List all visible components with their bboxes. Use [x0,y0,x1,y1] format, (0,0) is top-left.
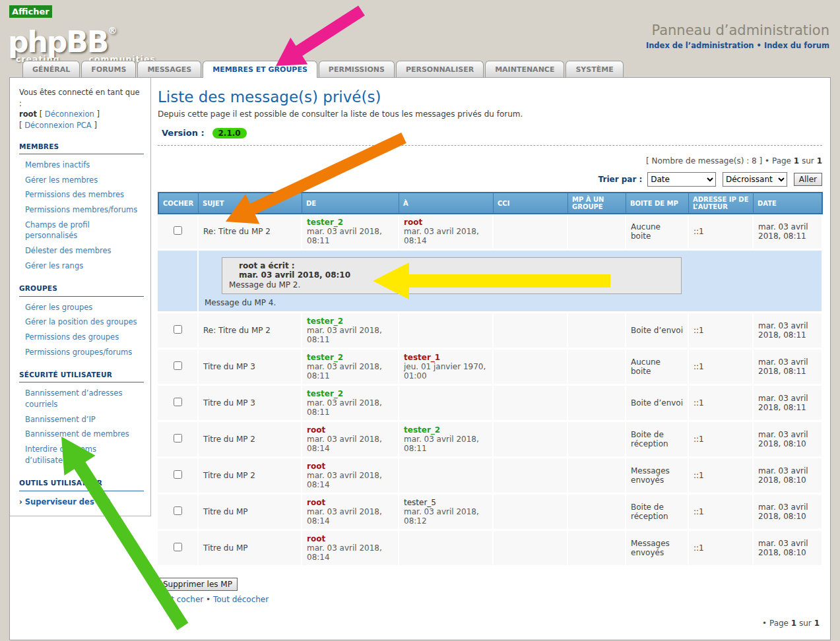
sidebar-item-bannissement-courriels[interactable]: Bannissement d’adresses courriels [19,386,144,412]
sidebar-link[interactable]: Bannissement de membres [25,429,129,439]
tab-personnaliser[interactable]: PERSONNALISER [396,61,484,77]
de-cell: tester_2mar. 03 avril 2018, 08:11 [302,313,399,350]
row-checkbox[interactable] [174,361,182,370]
from-user[interactable]: root [307,498,393,507]
sidebar-item-gerer-les-membres[interactable]: Gérer les membres [19,173,144,188]
to-user[interactable]: tester_1 [404,353,488,362]
from-user[interactable]: tester_2 [307,389,393,398]
cci-cell [494,531,568,567]
tab-permissions[interactable]: PERMISSIONS [319,61,395,77]
row-checkbox[interactable] [174,398,182,406]
sidebar-item-permissions-des-membres[interactable]: Permissions des membres [19,187,144,202]
ip-cell: ::1 [689,386,754,422]
admin-index-link[interactable]: Index de l’administration [646,41,754,50]
tab-membres-et-groupes[interactable]: MEMBRES ET GROUPES [203,61,317,78]
delete-mp-button[interactable]: Supprimer les MP [158,578,238,591]
sidebar-item-permissions-membres-forums[interactable]: Permissions membres/forums [19,202,144,218]
admin-tab-bar: GÉNÉRAL FORUMS MESSAGES MEMBRES ET GROUP… [22,61,840,77]
sidebar-link[interactable]: Gérer la position des groupes [25,317,137,326]
sidebar-link[interactable]: Gérer les rangs [25,261,83,270]
tab-messages[interactable]: MESSAGES [137,61,201,77]
sidebar: Vous êtes connecté en tant que : root [ … [10,78,151,516]
from-user[interactable]: tester_2 [307,353,393,362]
table-row: Re: Titre du MP 2 tester_2mar. 03 avril … [158,313,823,350]
to-user[interactable]: tester_5 [404,498,488,507]
to-user[interactable]: root [404,218,488,227]
sujet-cell: Titre du MP 2 [199,422,302,458]
sidebar-item-gerer-les-groupes[interactable]: Gérer les groupes [19,300,144,315]
tab-maintenance[interactable]: MAINTENANCE [485,61,564,77]
from-user[interactable]: tester_2 [307,317,393,326]
sidebar-item-bannissement-membres[interactable]: Bannissement de membres [19,427,144,442]
logout-link[interactable]: Déconnexion [45,109,94,119]
sidebar-link[interactable]: Interdire des noms d’utilisateurs [25,444,96,465]
de-cell: tester_2mar. 03 avril 2018, 08:11 [302,350,399,386]
sidebar-item-permissions-groupes-forums[interactable]: Permissions groupes/forums [19,345,144,360]
row-checkbox[interactable] [174,506,182,515]
sidebar-link[interactable]: Gérer les groupes [25,303,92,312]
sidebar-link[interactable]: Gérer les membres [25,175,98,185]
sidebar-link[interactable]: Permissions des groupes [25,332,119,342]
section-title: MEMBRES [19,142,144,154]
date-cell: mar. 03 avril 2018, 08:10 [754,458,823,495]
row-checkbox[interactable] [174,434,182,443]
sidebar-link[interactable]: Permissions groupes/forums [25,348,132,357]
tab-general[interactable]: GÉNÉRAL [22,61,80,77]
cci-cell [494,422,568,458]
sidebar-link[interactable]: Permissions des membres [25,190,124,199]
current-user: root [19,109,37,119]
forum-index-link[interactable]: Index du forum [764,41,829,50]
mp-groupe-cell [568,422,626,458]
row-checkbox[interactable] [174,226,182,235]
cci-cell [494,313,568,350]
sort-go-button[interactable]: Aller [794,173,822,186]
to-date: jeu. 01 janvier 1970, 01:00 [404,362,488,381]
sort-field-select[interactable]: Date [647,172,716,187]
to-user[interactable]: tester_2 [404,425,488,435]
from-date: mar. 03 avril 2018, 08:14 [307,435,393,453]
from-user[interactable]: root [307,534,393,543]
sidebar-link[interactable]: Champs de profil personnalisés [25,220,90,241]
bracket: [ [19,121,22,130]
sidebar-item-membres-inactifs[interactable]: Membres inactifs [19,158,144,173]
sujet-cell: Re: Titre du MP 2 [199,214,302,251]
from-user[interactable]: root [307,425,393,435]
sidebar-item-bannissement-ip[interactable]: Bannissement d’IP [19,412,144,427]
messages-count: [ Nombre de message(s) : 8 ] • Page 1 su… [158,156,822,166]
cocher-cell [158,458,199,495]
page-total: 1 [814,619,820,628]
sidebar-item-gerer-les-rangs[interactable]: Gérer les rangs [19,259,144,274]
to-date: mar. 03 avril 2018, 08:12 [404,507,488,526]
sidebar-item-superviseur-des-mp[interactable]: ›Superviseur des MP [19,495,144,510]
sidebar-item-position-des-groupes[interactable]: Gérer la position des groupes [19,315,144,330]
admin-panel-title: Panneau d’administration [646,22,829,38]
to-date: mar. 03 avril 2018, 08:14 [404,227,488,245]
tab-forums[interactable]: FORUMS [81,61,136,77]
header-links-bullet: • [757,41,761,50]
sidebar-link[interactable]: Bannissement d’adresses courriels [25,388,122,409]
logout-pca-link[interactable]: Déconnexion PCA [24,121,92,130]
connected-as-text: Vous êtes connecté en tant que : [19,88,140,108]
sidebar-item-champs-de-profil[interactable]: Champs de profil personnalisés [19,218,144,243]
check-all-link[interactable]: Tout cocher [158,595,203,604]
sidebar-link[interactable]: Délester des membres [25,246,112,255]
ip-cell: ::1 [689,458,754,495]
row-checkbox[interactable] [174,470,182,479]
sidebar-link[interactable]: Permissions membres/forums [25,205,137,214]
row-checkbox[interactable] [174,325,182,334]
a-cell: tester_5mar. 03 avril 2018, 08:12 [399,495,494,531]
sidebar-link[interactable]: Membres inactifs [25,160,90,169]
sidebar-item-delester-des-membres[interactable]: Délester des membres [19,243,144,259]
sort-direction-select[interactable]: Décroissant [723,172,787,187]
tab-systeme[interactable]: SYSTÈME [565,61,623,77]
sidebar-item-interdire-noms[interactable]: Interdire des noms d’utilisateurs [19,442,144,468]
row-checkbox[interactable] [174,543,182,551]
from-user[interactable]: root [307,462,393,471]
uncheck-all-link[interactable]: Tout décocher [213,595,269,604]
sidebar-link[interactable]: Superviseur des MP [25,497,110,506]
sidebar-item-permissions-des-groupes[interactable]: Permissions des groupes [19,330,144,345]
table-row: Titre du MP 2 rootmar. 03 avril 2018, 08… [158,422,823,458]
from-user[interactable]: tester_2 [307,218,393,227]
sidebar-link[interactable]: Bannissement d’IP [25,415,96,424]
sujet-cell: Titre du MP [199,531,302,567]
